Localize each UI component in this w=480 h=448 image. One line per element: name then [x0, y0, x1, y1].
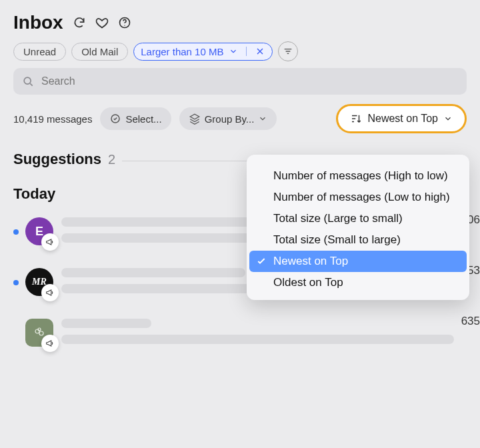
sort-label: Newest on Top — [367, 113, 438, 125]
sort-option-selected[interactable]: Newest on Top — [249, 251, 467, 272]
search-icon — [21, 75, 35, 88]
help-icon[interactable] — [118, 16, 131, 29]
check-icon — [256, 256, 267, 267]
message-badge: 635 — [461, 315, 480, 328]
heart-icon[interactable] — [95, 16, 109, 29]
filter-bar: Unread Old Mail Larger than 10 MB — [0, 39, 480, 68]
header: Inbox — [0, 0, 480, 39]
svg-point-4 — [35, 329, 39, 333]
svg-point-5 — [39, 331, 43, 335]
sort-highlight: Newest on Top — [336, 104, 467, 133]
svg-point-1 — [124, 25, 125, 26]
search-input[interactable] — [41, 75, 459, 87]
chip-size-filter[interactable]: Larger than 10 MB — [133, 43, 273, 61]
group-button[interactable]: Group By... — [179, 107, 277, 130]
message-preview — [61, 319, 480, 344]
chip-divider — [246, 47, 247, 56]
list-item[interactable]: 635 — [13, 309, 480, 360]
sort-option[interactable]: Oldest on Top — [249, 272, 467, 293]
section-count: 2 — [108, 152, 115, 167]
announce-badge — [41, 335, 59, 352]
controls-row: 10,419 messages Select... Group By... Ne… — [0, 104, 480, 143]
sort-option[interactable]: Number of messages (Low to high) — [249, 187, 467, 208]
chip-oldmail[interactable]: Old Mail — [71, 43, 128, 61]
sort-option[interactable]: Number of messages (High to low) — [249, 165, 467, 187]
close-icon[interactable] — [255, 46, 265, 57]
announce-badge — [41, 233, 59, 251]
sort-button[interactable]: Newest on Top — [339, 107, 463, 130]
page-title: Inbox — [13, 12, 63, 33]
more-filters-button[interactable] — [278, 41, 298, 61]
chip-unread[interactable]: Unread — [13, 43, 66, 61]
unread-dot — [13, 229, 19, 235]
sort-option-label: Newest on Top — [273, 255, 348, 267]
avatar-wrap: MR — [25, 268, 55, 297]
message-count: 10,419 messages — [13, 113, 92, 125]
section-label: Suggestions — [13, 151, 101, 168]
sort-option[interactable]: Total size (Small to large) — [249, 229, 467, 251]
refresh-icon[interactable] — [73, 16, 86, 29]
select-label: Select... — [125, 113, 161, 125]
sort-option[interactable]: Total size (Large to small) — [249, 208, 467, 229]
announce-badge — [41, 284, 59, 301]
search-bar[interactable] — [13, 68, 467, 95]
sort-dropdown: Number of messages (High to low) Number … — [247, 155, 469, 300]
avatar-wrap: E — [25, 217, 55, 247]
group-label: Group By... — [205, 113, 255, 125]
chevron-down-icon — [229, 47, 238, 56]
avatar-wrap — [25, 319, 55, 348]
unread-dot — [13, 280, 19, 285]
select-button[interactable]: Select... — [100, 107, 171, 130]
svg-point-2 — [24, 77, 31, 84]
chip-active-label: Larger than 10 MB — [141, 46, 223, 57]
